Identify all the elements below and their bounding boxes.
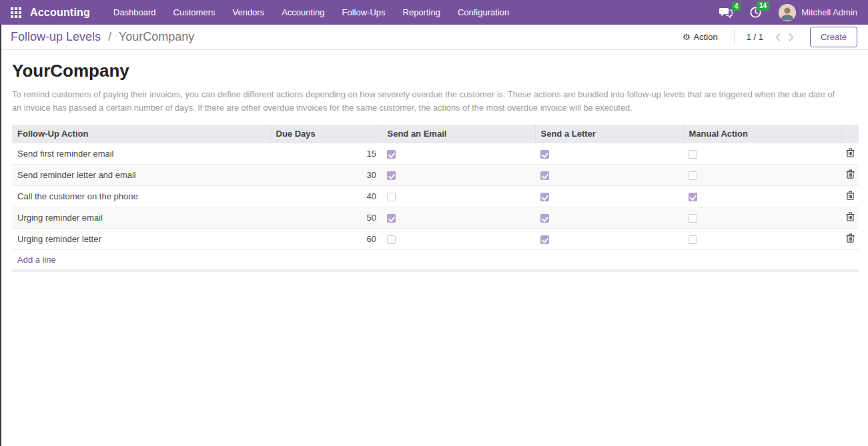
menu-item-vendors[interactable]: Vendors: [224, 0, 273, 25]
top-navbar: Accounting DashboardCustomersVendorsAcco…: [0, 0, 868, 25]
delete-row-button[interactable]: [846, 212, 855, 221]
add-a-line-link[interactable]: Add a line: [12, 249, 859, 271]
page-title: YourCompany: [12, 61, 857, 81]
table-header-row: Follow-Up Action Due Days Send an Email …: [12, 125, 859, 143]
send-letter-checkbox[interactable]: [540, 235, 549, 244]
trash-icon: [846, 191, 855, 200]
menu-item-configuration[interactable]: Configuration: [449, 0, 518, 25]
app-brand[interactable]: Accounting: [30, 7, 90, 19]
create-button[interactable]: Create: [810, 27, 857, 47]
chevron-left-icon: [775, 33, 781, 42]
delete-row-button[interactable]: [846, 169, 855, 179]
table-row[interactable]: Urging reminder email 50: [12, 207, 859, 228]
control-panel-right: ⚙ Action 1 / 1 Create: [679, 27, 857, 47]
menu-item-customers[interactable]: Customers: [165, 0, 224, 25]
action-button-label: Action: [694, 32, 718, 42]
breadcrumb-current: YourCompany: [119, 30, 194, 43]
menu-item-follow-ups[interactable]: Follow-Ups: [334, 0, 394, 25]
send-letter-checkbox[interactable]: [540, 171, 549, 180]
row-due-days[interactable]: 60: [270, 228, 382, 249]
row-action[interactable]: Urging reminder email: [12, 207, 270, 228]
column-header-due-days: Due Days: [270, 125, 382, 143]
trash-icon: [846, 169, 855, 179]
action-button[interactable]: ⚙ Action: [679, 31, 722, 43]
apps-grid-icon[interactable]: [11, 7, 21, 18]
row-due-days[interactable]: 15: [270, 143, 382, 164]
trash-icon: [846, 212, 855, 221]
window-body: Follow-up Levels / YourCompany ⚙ Action …: [0, 25, 868, 446]
send-email-checkbox[interactable]: [387, 171, 396, 180]
user-name: Mitchell Admin: [801, 7, 857, 17]
row-action[interactable]: Send first reminder email: [12, 143, 270, 164]
column-header-send-letter: Send a Letter: [535, 125, 683, 143]
breadcrumb-separator: /: [104, 30, 115, 43]
breadcrumb: Follow-up Levels / YourCompany: [11, 30, 194, 44]
avatar: [779, 4, 796, 21]
column-header-followup-action: Follow-Up Action: [12, 125, 270, 143]
row-action[interactable]: Call the customer on the phone: [12, 185, 270, 207]
page-description: To remind customers of paying their invo…: [12, 88, 841, 115]
table-row[interactable]: Urging reminder letter 60: [12, 228, 859, 249]
send-letter-checkbox[interactable]: [540, 193, 549, 201]
messages-button[interactable]: 4: [719, 7, 733, 18]
table-row[interactable]: Send reminder letter and email 30: [12, 164, 859, 185]
form-sheet: YourCompany To remind customers of payin…: [1, 61, 868, 272]
row-due-days[interactable]: 30: [270, 164, 382, 185]
row-action[interactable]: Send reminder letter and email: [12, 164, 270, 185]
activities-count-badge: 14: [757, 1, 769, 11]
menu-item-dashboard[interactable]: Dashboard: [105, 0, 165, 25]
chevron-right-icon: [788, 33, 795, 42]
menu-item-accounting[interactable]: Accounting: [273, 0, 333, 25]
send-email-checkbox[interactable]: [387, 193, 396, 201]
divider: [734, 29, 735, 45]
pager-value: 1 / 1: [747, 32, 763, 42]
chat-bubble-icon: [719, 7, 733, 18]
navbar-right: 4 14 Mitchell Admin: [702, 4, 857, 21]
column-header-manual-action: Manual Action: [683, 125, 841, 143]
trash-icon: [846, 233, 855, 243]
row-action[interactable]: Urging reminder letter: [12, 228, 270, 249]
messages-count-badge: 4: [732, 2, 741, 11]
column-header-delete: [841, 125, 859, 143]
manual-action-checkbox[interactable]: [689, 214, 697, 223]
followup-lines-table: Follow-Up Action Due Days Send an Email …: [12, 125, 859, 272]
manual-action-checkbox[interactable]: [689, 193, 697, 201]
table-row[interactable]: Send first reminder email 15: [12, 143, 859, 164]
column-header-send-email: Send an Email: [382, 125, 535, 143]
send-email-checkbox[interactable]: [387, 150, 396, 159]
table-row[interactable]: Call the customer on the phone 40: [12, 185, 859, 207]
send-email-checkbox[interactable]: [387, 214, 396, 223]
breadcrumb-parent-link[interactable]: Follow-up Levels: [11, 30, 101, 43]
send-letter-checkbox[interactable]: [540, 214, 549, 223]
trash-icon: [846, 148, 855, 157]
pager-nav: [771, 33, 798, 42]
manual-action-checkbox[interactable]: [689, 150, 697, 159]
row-due-days[interactable]: 40: [270, 185, 382, 207]
top-menu: DashboardCustomersVendorsAccountingFollo…: [105, 0, 518, 25]
gear-icon: ⚙: [683, 32, 691, 42]
send-letter-checkbox[interactable]: [540, 150, 549, 159]
control-panel: Follow-up Levels / YourCompany ⚙ Action …: [1, 25, 868, 50]
menu-item-reporting[interactable]: Reporting: [394, 0, 449, 25]
row-due-days[interactable]: 50: [270, 207, 382, 228]
manual-action-checkbox[interactable]: [689, 171, 697, 180]
pager-next-button[interactable]: [785, 33, 798, 42]
add-line-row: Add a line: [12, 249, 859, 271]
activities-button[interactable]: 14: [750, 7, 761, 18]
delete-row-button[interactable]: [846, 191, 855, 200]
delete-row-button[interactable]: [846, 233, 855, 243]
delete-row-button[interactable]: [846, 148, 855, 157]
pager-previous-button[interactable]: [771, 33, 785, 42]
send-email-checkbox[interactable]: [387, 235, 396, 244]
manual-action-checkbox[interactable]: [689, 235, 697, 244]
user-menu[interactable]: Mitchell Admin: [779, 4, 857, 21]
table-body: Send first reminder email 15 Send remind…: [12, 143, 859, 271]
